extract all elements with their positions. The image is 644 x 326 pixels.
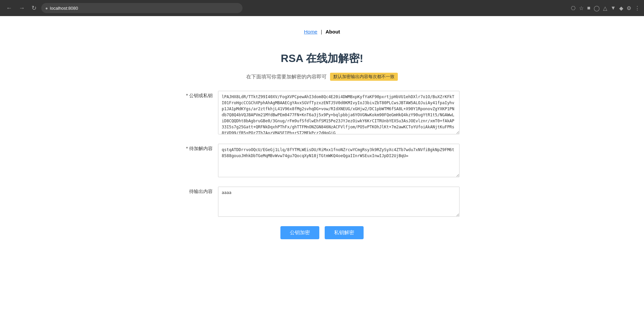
button-row: 公钥加密 私钥解密 <box>184 226 460 239</box>
key-row: * 公钥或私钥 lPAJHX8LdR/TTktZ99I40XV/FogXVPCp… <box>184 91 460 136</box>
about-link[interactable]: About <box>325 29 340 35</box>
key-field: lPAJHX8LdR/TTktZ99I40XV/FogXVPCpewAhI3do… <box>218 91 460 136</box>
navigation: Home | About <box>121 23 523 38</box>
page-subtitle: 在下面填写你需要加解密的内容即可 默认加密输出内容每次都不一致 <box>121 73 523 81</box>
key-textarea[interactable]: lPAJHX8LdR/TTktZ99I40XV/FogXVPCpewAhI3do… <box>218 91 460 134</box>
output-textarea[interactable]: aaaa <box>218 187 460 217</box>
reload-button[interactable]: ↻ <box>30 3 39 13</box>
output-field: aaaa <box>218 187 460 218</box>
extension-icon-4[interactable]: ▼ <box>610 5 616 11</box>
subtitle-text: 在下面填写你需要加解密的内容即可 <box>246 74 327 80</box>
browser-chrome: ← → ↻ ● localhost:8080 ⎔ ☆ ■ ◯ △ ▼ ◆ ⚙ ⋮ <box>0 0 644 16</box>
extension-icon-5[interactable]: ◆ <box>619 5 623 11</box>
key-label: * 公钥或私钥 <box>184 91 218 99</box>
extension-icon-1[interactable]: ■ <box>587 5 590 11</box>
url-text: localhost:8080 <box>50 6 78 11</box>
notice-badge: 默认加密输出内容每次都不一致 <box>330 73 398 81</box>
content-textarea[interactable]: qstqATDDrrvoOQcU/EGeGj1Llq/8fYTMLWEisDU/… <box>218 144 460 177</box>
back-button[interactable]: ← <box>4 3 14 13</box>
share-icon[interactable]: ⎔ <box>571 5 576 11</box>
decrypt-button[interactable]: 私钥解密 <box>325 226 364 239</box>
extension-icon-3[interactable]: △ <box>603 5 607 11</box>
content-field: qstqATDDrrvoOQcU/EGeGj1Llq/8fYTMLWEisDU/… <box>218 144 460 179</box>
page-title: RSA 在线加解密! <box>121 51 523 66</box>
output-row: 待输出内容 aaaa <box>184 187 460 218</box>
browser-toolbar: ⎔ ☆ ■ ◯ △ ▼ ◆ ⚙ ⋮ <box>571 5 640 11</box>
extension-icon-2[interactable]: ◯ <box>594 5 600 11</box>
security-icon: ● <box>45 6 48 11</box>
form-container: * 公钥或私钥 lPAJHX8LdR/TTktZ99I40XV/FogXVPCp… <box>184 91 460 239</box>
address-bar[interactable]: ● localhost:8080 <box>41 3 243 13</box>
bookmark-icon[interactable]: ☆ <box>579 5 584 11</box>
page-content: Home | About RSA 在线加解密! 在下面填写你需要加解密的内容即可… <box>121 16 523 246</box>
settings-icon[interactable]: ⚙ <box>627 5 631 11</box>
more-icon[interactable]: ⋮ <box>635 5 640 11</box>
content-row: * 待加解内容 qstqATDDrrvoOQcU/EGeGj1Llq/8fYTM… <box>184 144 460 179</box>
forward-button[interactable]: → <box>17 3 27 13</box>
nav-separator: | <box>321 29 322 35</box>
encrypt-button[interactable]: 公钥加密 <box>280 226 319 239</box>
home-link[interactable]: Home <box>304 29 317 35</box>
content-label: * 待加解内容 <box>184 144 218 152</box>
output-label: 待输出内容 <box>184 187 218 195</box>
